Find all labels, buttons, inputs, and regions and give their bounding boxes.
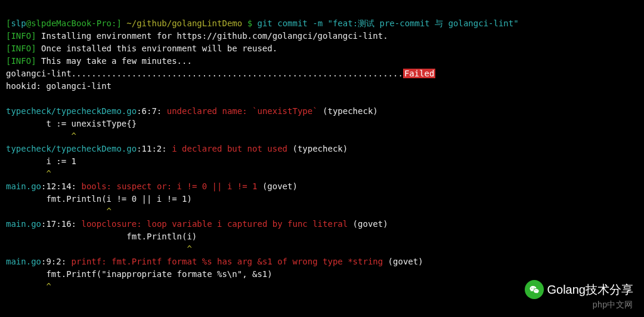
error-loc: :11:2:	[137, 144, 167, 153]
error-msg: loopclosure: loop variable i captured by…	[76, 219, 348, 229]
error-suffix: (govet)	[348, 219, 388, 229]
info-line-3: [INFO] This may take a few minutes...	[6, 55, 638, 67]
blank-line	[6, 93, 638, 105]
prompt-command: git commit -m "feat:测试 pre-commit 与 gola…	[252, 19, 519, 28]
lint-error-header: main.go:17:16: loopclosure: loop variabl…	[6, 218, 638, 230]
prompt-cwd: ~/github/golangLintDemo	[122, 19, 247, 28]
hook-id-value: golangci-lint	[46, 81, 112, 91]
error-loc: :9:2:	[41, 257, 66, 266]
prompt-at: @	[26, 19, 31, 28]
error-loc: :6:7:	[137, 106, 162, 116]
info-tag: [INFO]	[6, 31, 36, 41]
error-file: typecheck/typecheckDemo.go	[6, 106, 137, 116]
info-tag: [INFO]	[6, 44, 36, 53]
error-code-line: fmt.Println(i != 0 || i != 1)	[6, 193, 638, 205]
lint-error-header: main.go:12:14: bools: suspect or: i != 0…	[6, 180, 638, 193]
lint-error-header: typecheck/typecheckDemo.go:11:2: i decla…	[6, 143, 638, 155]
info-tag: [INFO]	[6, 56, 36, 66]
error-caret-line: ^	[6, 168, 638, 180]
error-caret-line: ^	[6, 205, 638, 218]
hook-id-line: hookid: golangci-lint	[6, 80, 638, 93]
lint-error-header: main.go:9:2: printf: fmt.Printf format %…	[6, 256, 638, 268]
error-caret-line: ^	[6, 243, 638, 256]
info-text-3: This may take a few minutes...	[36, 56, 192, 66]
error-suffix: (govet)	[383, 257, 423, 266]
error-code-line: t := unexistType{}	[6, 118, 638, 130]
error-msg: i declared but not used	[167, 144, 287, 153]
info-line-1: [INFO] Installing environment for https:…	[6, 30, 638, 42]
wechat-icon	[525, 280, 544, 299]
error-code-line: fmt.Println(i)	[6, 230, 638, 243]
error-msg: printf: fmt.Printf format %s has arg &s1…	[66, 257, 383, 266]
info-line-2: [INFO] Once installed this environment w…	[6, 42, 638, 55]
error-loc: :12:14:	[41, 181, 76, 191]
error-suffix: (govet)	[257, 181, 297, 191]
hook-result-line: golangci-lint...........................…	[6, 67, 638, 80]
error-file: main.go	[6, 219, 41, 229]
prompt-user: slp	[11, 19, 26, 28]
prompt-dollar: $	[247, 19, 252, 28]
error-file: typecheck/typecheckDemo.go	[6, 144, 137, 153]
info-text-1: Installing environment for https://githu…	[36, 31, 388, 41]
error-file: main.go	[6, 257, 41, 266]
error-suffix: (typecheck)	[287, 144, 348, 153]
error-msg: bools: suspect or: i != 0 || i != 1	[76, 181, 257, 191]
error-msg: undeclared name: `unexistType`	[162, 106, 317, 116]
watermark-text: Golang技术分享	[547, 281, 634, 298]
error-loc: :17:16:	[41, 219, 76, 229]
hook-id-label: hookid:	[6, 81, 46, 91]
error-code-line: i := 1	[6, 155, 638, 168]
error-file: main.go	[6, 181, 41, 191]
error-caret-line: ^	[6, 130, 638, 143]
error-code-line: fmt.Printf("inappropriate formate %s\n",…	[6, 268, 638, 281]
hook-status-failed: Failed	[403, 69, 436, 78]
error-suffix: (typecheck)	[318, 106, 378, 116]
terminal-prompt-line: [slp@slpdeMacBook-Pro:] ~/github/golangL…	[6, 5, 638, 30]
info-text-2: Once installed this environment will be …	[36, 44, 278, 53]
prompt-bracket-close: ]	[116, 19, 121, 28]
watermark-phpcn: php中文网	[593, 298, 633, 311]
prompt-host: slpdeMacBook-Pro:	[31, 19, 116, 28]
lint-error-header: typecheck/typecheckDemo.go:6:7: undeclar…	[6, 105, 638, 118]
watermark-brand: Golang技术分享	[525, 280, 634, 299]
hook-dots: ........................................…	[72, 69, 403, 78]
hook-name: golangci-lint	[6, 69, 72, 78]
